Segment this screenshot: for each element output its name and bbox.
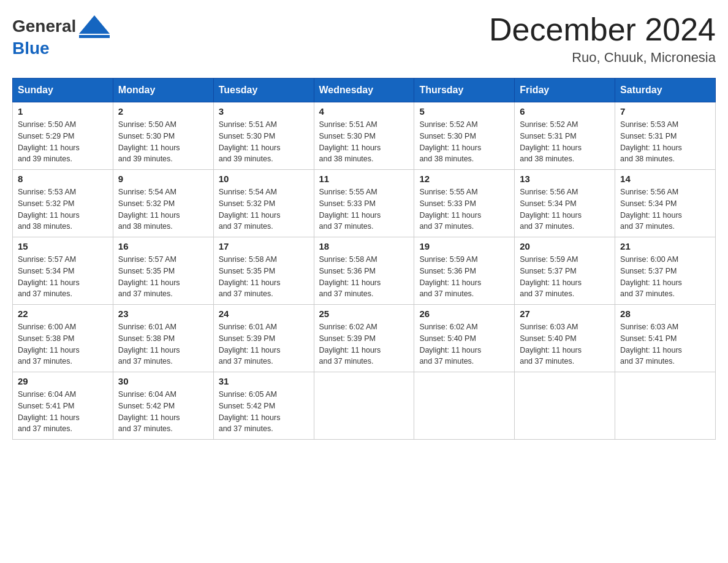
day-info: Sunrise: 6:05 AMSunset: 5:42 PMDaylight:… xyxy=(219,389,309,435)
day-number: 18 xyxy=(319,241,409,251)
calendar-cell: 12Sunrise: 5:55 AMSunset: 5:33 PMDayligh… xyxy=(414,170,515,237)
calendar-cell: 22Sunrise: 6:00 AMSunset: 5:38 PMDayligh… xyxy=(13,305,113,372)
calendar-row: 15Sunrise: 5:57 AMSunset: 5:34 PMDayligh… xyxy=(13,237,716,305)
header-friday: Friday xyxy=(515,79,615,102)
header-monday: Monday xyxy=(113,79,213,102)
day-info: Sunrise: 5:51 AMSunset: 5:30 PMDaylight:… xyxy=(219,119,309,165)
calendar-cell: 29Sunrise: 6:04 AMSunset: 5:41 PMDayligh… xyxy=(13,372,113,440)
day-number: 14 xyxy=(620,174,710,184)
calendar-cell: 4Sunrise: 5:51 AMSunset: 5:30 PMDaylight… xyxy=(314,102,414,170)
calendar-cell: 16Sunrise: 5:57 AMSunset: 5:35 PMDayligh… xyxy=(113,237,213,305)
day-info: Sunrise: 5:55 AMSunset: 5:33 PMDaylight:… xyxy=(419,186,509,232)
day-number: 25 xyxy=(319,308,409,319)
calendar-cell: 11Sunrise: 5:55 AMSunset: 5:33 PMDayligh… xyxy=(314,170,414,237)
header-wednesday: Wednesday xyxy=(314,79,414,102)
calendar-cell: 1Sunrise: 5:50 AMSunset: 5:29 PMDaylight… xyxy=(13,102,113,170)
calendar-row: 8Sunrise: 5:53 AMSunset: 5:32 PMDaylight… xyxy=(13,170,716,237)
day-info: Sunrise: 6:00 AMSunset: 5:37 PMDaylight:… xyxy=(620,254,710,300)
day-number: 11 xyxy=(319,174,409,184)
calendar-cell xyxy=(414,372,515,440)
day-info: Sunrise: 5:54 AMSunset: 5:32 PMDaylight:… xyxy=(219,186,309,232)
calendar-header: Sunday Monday Tuesday Wednesday Thursday… xyxy=(13,79,716,102)
day-info: Sunrise: 5:56 AMSunset: 5:34 PMDaylight:… xyxy=(620,186,710,232)
day-info: Sunrise: 6:00 AMSunset: 5:38 PMDaylight:… xyxy=(18,321,108,367)
day-number: 5 xyxy=(419,106,509,117)
day-info: Sunrise: 5:57 AMSunset: 5:34 PMDaylight:… xyxy=(18,254,108,300)
day-info: Sunrise: 5:59 AMSunset: 5:37 PMDaylight:… xyxy=(520,254,610,300)
calendar-cell: 24Sunrise: 6:01 AMSunset: 5:39 PMDayligh… xyxy=(213,305,314,372)
calendar-cell: 6Sunrise: 5:52 AMSunset: 5:31 PMDaylight… xyxy=(515,102,615,170)
day-number: 8 xyxy=(18,174,108,184)
day-info: Sunrise: 5:53 AMSunset: 5:32 PMDaylight:… xyxy=(18,186,108,232)
calendar-cell: 5Sunrise: 5:52 AMSunset: 5:30 PMDaylight… xyxy=(414,102,515,170)
calendar-cell: 27Sunrise: 6:03 AMSunset: 5:40 PMDayligh… xyxy=(515,305,615,372)
day-info: Sunrise: 5:53 AMSunset: 5:31 PMDaylight:… xyxy=(620,119,710,165)
title-section: December 2024 Ruo, Chuuk, Micronesia xyxy=(489,12,716,66)
calendar-cell: 10Sunrise: 5:54 AMSunset: 5:32 PMDayligh… xyxy=(213,170,314,237)
calendar-cell: 26Sunrise: 6:02 AMSunset: 5:40 PMDayligh… xyxy=(414,305,515,372)
calendar-cell xyxy=(615,372,716,440)
day-info: Sunrise: 6:02 AMSunset: 5:39 PMDaylight:… xyxy=(319,321,409,367)
day-number: 13 xyxy=(520,174,610,184)
day-info: Sunrise: 6:03 AMSunset: 5:41 PMDaylight:… xyxy=(620,321,710,367)
location-subtitle: Ruo, Chuuk, Micronesia xyxy=(489,50,716,66)
day-number: 28 xyxy=(620,308,710,319)
day-number: 29 xyxy=(18,376,108,386)
day-info: Sunrise: 5:50 AMSunset: 5:30 PMDaylight:… xyxy=(118,119,208,165)
day-number: 1 xyxy=(18,106,108,117)
calendar-cell: 14Sunrise: 5:56 AMSunset: 5:34 PMDayligh… xyxy=(615,170,716,237)
calendar-cell xyxy=(515,372,615,440)
header-row: Sunday Monday Tuesday Wednesday Thursday… xyxy=(13,79,716,102)
calendar-cell: 23Sunrise: 6:01 AMSunset: 5:38 PMDayligh… xyxy=(113,305,213,372)
day-info: Sunrise: 5:50 AMSunset: 5:29 PMDaylight:… xyxy=(18,119,108,165)
day-number: 12 xyxy=(419,174,509,184)
day-info: Sunrise: 6:04 AMSunset: 5:41 PMDaylight:… xyxy=(18,389,108,435)
calendar-cell: 19Sunrise: 5:59 AMSunset: 5:36 PMDayligh… xyxy=(414,237,515,305)
calendar-cell: 3Sunrise: 5:51 AMSunset: 5:30 PMDaylight… xyxy=(213,102,314,170)
day-info: Sunrise: 5:56 AMSunset: 5:34 PMDaylight:… xyxy=(520,186,610,232)
calendar-cell: 20Sunrise: 5:59 AMSunset: 5:37 PMDayligh… xyxy=(515,237,615,305)
day-info: Sunrise: 5:58 AMSunset: 5:36 PMDaylight:… xyxy=(319,254,409,300)
day-number: 10 xyxy=(219,174,309,184)
month-title: December 2024 xyxy=(489,12,716,47)
day-info: Sunrise: 6:04 AMSunset: 5:42 PMDaylight:… xyxy=(118,389,208,435)
day-info: Sunrise: 5:54 AMSunset: 5:32 PMDaylight:… xyxy=(118,186,208,232)
svg-rect-1 xyxy=(79,35,110,38)
logo-blue-text: Blue xyxy=(12,40,50,57)
day-number: 31 xyxy=(219,376,309,386)
day-info: Sunrise: 6:01 AMSunset: 5:38 PMDaylight:… xyxy=(118,321,208,367)
day-number: 4 xyxy=(319,106,409,117)
svg-marker-0 xyxy=(79,15,110,34)
day-info: Sunrise: 6:03 AMSunset: 5:40 PMDaylight:… xyxy=(520,321,610,367)
day-number: 16 xyxy=(118,241,208,251)
day-number: 23 xyxy=(118,308,208,319)
day-number: 24 xyxy=(219,308,309,319)
header-tuesday: Tuesday xyxy=(213,79,314,102)
day-info: Sunrise: 5:58 AMSunset: 5:35 PMDaylight:… xyxy=(219,254,309,300)
day-info: Sunrise: 5:55 AMSunset: 5:33 PMDaylight:… xyxy=(319,186,409,232)
day-number: 22 xyxy=(18,308,108,319)
calendar-cell: 25Sunrise: 6:02 AMSunset: 5:39 PMDayligh… xyxy=(314,305,414,372)
calendar-row: 22Sunrise: 6:00 AMSunset: 5:38 PMDayligh… xyxy=(13,305,716,372)
header-thursday: Thursday xyxy=(414,79,515,102)
calendar-cell: 21Sunrise: 6:00 AMSunset: 5:37 PMDayligh… xyxy=(615,237,716,305)
calendar-cell: 2Sunrise: 5:50 AMSunset: 5:30 PMDaylight… xyxy=(113,102,213,170)
calendar-row: 29Sunrise: 6:04 AMSunset: 5:41 PMDayligh… xyxy=(13,372,716,440)
day-number: 7 xyxy=(620,106,710,117)
logo-icon xyxy=(76,12,110,40)
calendar-cell: 30Sunrise: 6:04 AMSunset: 5:42 PMDayligh… xyxy=(113,372,213,440)
day-number: 17 xyxy=(219,241,309,251)
calendar-row: 1Sunrise: 5:50 AMSunset: 5:29 PMDaylight… xyxy=(13,102,716,170)
calendar-cell: 17Sunrise: 5:58 AMSunset: 5:35 PMDayligh… xyxy=(213,237,314,305)
day-number: 21 xyxy=(620,241,710,251)
day-number: 2 xyxy=(118,106,208,117)
day-number: 27 xyxy=(520,308,610,319)
day-number: 9 xyxy=(118,174,208,184)
page-header: General Blue December 2024 Ruo, Chuuk, M… xyxy=(12,12,716,66)
day-number: 20 xyxy=(520,241,610,251)
day-info: Sunrise: 6:02 AMSunset: 5:40 PMDaylight:… xyxy=(419,321,509,367)
day-info: Sunrise: 5:52 AMSunset: 5:31 PMDaylight:… xyxy=(520,119,610,165)
day-number: 19 xyxy=(419,241,509,251)
calendar-table: Sunday Monday Tuesday Wednesday Thursday… xyxy=(12,78,716,440)
day-info: Sunrise: 5:51 AMSunset: 5:30 PMDaylight:… xyxy=(319,119,409,165)
